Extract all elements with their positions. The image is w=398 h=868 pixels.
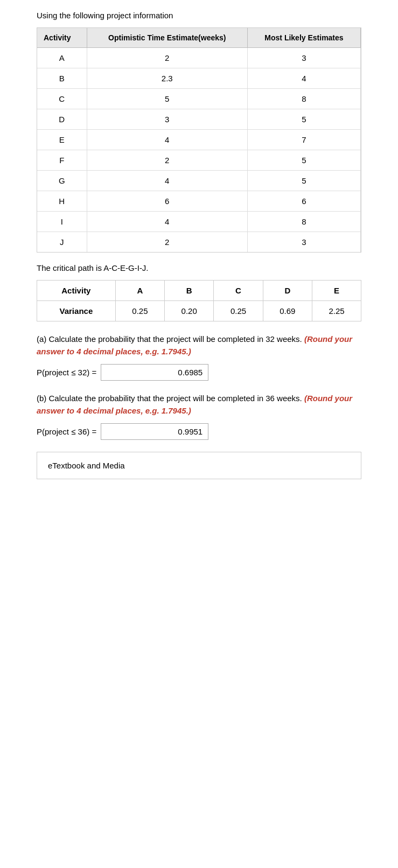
project-table-cell-most_likely: 7 [247,130,360,150]
part-b-label: P(project ≤ 36) = [37,427,96,436]
variance-header-cell: E [312,281,361,301]
project-table-cell-activity: G [37,171,87,191]
project-table-cell-optimistic: 5 [87,89,247,109]
project-table: Activity Optimistic Time Estimate(weeks)… [37,28,361,252]
project-table-cell-optimistic: 2 [87,232,247,253]
part-b-text: Calculate the probability that the proje… [49,394,302,403]
part-b-probability-row: P(project ≤ 36) = [37,423,361,440]
part-b-prefix: (b) [37,394,49,403]
project-table-row: J23 [37,232,361,253]
project-table-cell-optimistic: 4 [87,130,247,150]
part-a-probability-row: P(project ≤ 32) = [37,364,361,381]
project-table-cell-optimistic: 3 [87,109,247,130]
project-table-row: E47 [37,130,361,150]
part-a-label: P(project ≤ 32) = [37,368,96,377]
col-header-activity: Activity [37,28,87,48]
etextbook-box[interactable]: eTextbook and Media [37,452,361,479]
project-table-cell-optimistic: 4 [87,171,247,191]
project-table-cell-activity: B [37,68,87,89]
project-table-cell-most_likely: 3 [247,48,360,68]
project-table-row: I48 [37,212,361,232]
project-table-cell-optimistic: 2 [87,150,247,171]
variance-header-cell: Activity [37,281,115,301]
variance-header-row: ActivityABCDE [37,281,361,301]
project-table-row: A23 [37,48,361,68]
variance-table: ActivityABCDEVariance0.250.200.250.692.2… [37,281,361,321]
project-table-cell-most_likely: 4 [247,68,360,89]
variance-header-cell: A [115,281,164,301]
project-table-row: F25 [37,150,361,171]
project-table-cell-most_likely: 5 [247,171,360,191]
project-table-header-row: Activity Optimistic Time Estimate(weeks)… [37,28,361,48]
variance-data-cell: 0.20 [165,301,214,321]
project-table-cell-most_likely: 8 [247,89,360,109]
variance-data-cell: Variance [37,301,115,321]
part-a-text: Calculate the probability that the proje… [49,334,302,344]
project-table-cell-activity: I [37,212,87,232]
variance-header-cell: D [263,281,312,301]
part-a-prefix: (a) [37,334,49,344]
part-b-input[interactable] [101,423,208,440]
project-table-row: B2.34 [37,68,361,89]
variance-data-row: Variance0.250.200.250.692.25 [37,301,361,321]
variance-data-cell: 0.25 [115,301,164,321]
part-b-description: (b) Calculate the probability that the p… [37,393,361,417]
project-table-cell-optimistic: 2 [87,48,247,68]
project-table-row: C58 [37,89,361,109]
project-table-row: H66 [37,191,361,212]
part-a-description: (a) Calculate the probability that the p… [37,333,361,358]
project-table-row: D35 [37,109,361,130]
etextbook-label: eTextbook and Media [48,461,125,470]
project-table-cell-activity: J [37,232,87,253]
critical-path-text: The critical path is A-C-E-G-I-J. [37,263,361,272]
project-table-cell-activity: C [37,89,87,109]
variance-data-cell: 0.25 [214,301,263,321]
project-table-cell-activity: D [37,109,87,130]
project-table-cell-most_likely: 3 [247,232,360,253]
variance-data-cell: 0.69 [263,301,312,321]
intro-text: Using the following project information [37,11,361,20]
part-a-input[interactable] [101,364,208,381]
project-table-cell-activity: F [37,150,87,171]
project-table-cell-most_likely: 5 [247,150,360,171]
variance-header-cell: B [165,281,214,301]
project-table-row: G45 [37,171,361,191]
project-table-cell-most_likely: 8 [247,212,360,232]
project-table-cell-optimistic: 2.3 [87,68,247,89]
variance-header-cell: C [214,281,263,301]
project-table-wrapper: Activity Optimistic Time Estimate(weeks)… [37,27,361,253]
project-table-cell-most_likely: 5 [247,109,360,130]
col-header-optimistic: Optimistic Time Estimate(weeks) [87,28,247,48]
project-table-cell-activity: A [37,48,87,68]
variance-table-wrapper: ActivityABCDEVariance0.250.200.250.692.2… [37,280,361,321]
project-table-cell-activity: H [37,191,87,212]
project-table-cell-activity: E [37,130,87,150]
project-table-cell-optimistic: 4 [87,212,247,232]
variance-data-cell: 2.25 [312,301,361,321]
col-header-most-likely: Most Likely Estimates [247,28,360,48]
project-table-cell-most_likely: 6 [247,191,360,212]
project-table-cell-optimistic: 6 [87,191,247,212]
